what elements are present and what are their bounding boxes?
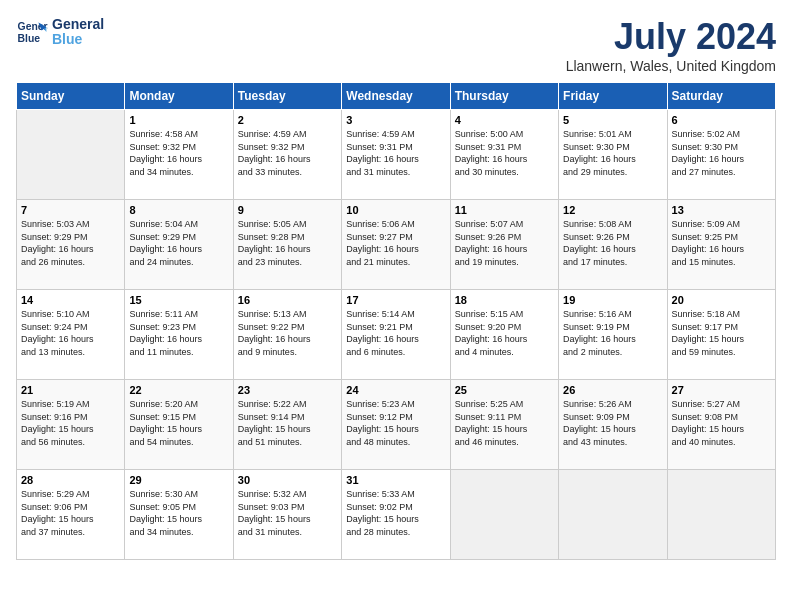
calendar-cell: 18Sunrise: 5:15 AM Sunset: 9:20 PM Dayli… [450, 290, 558, 380]
calendar-cell: 16Sunrise: 5:13 AM Sunset: 9:22 PM Dayli… [233, 290, 341, 380]
svg-text:Blue: Blue [18, 33, 41, 44]
calendar-cell [450, 470, 558, 560]
calendar-cell: 22Sunrise: 5:20 AM Sunset: 9:15 PM Dayli… [125, 380, 233, 470]
weekday-header-tuesday: Tuesday [233, 83, 341, 110]
day-number: 20 [672, 294, 771, 306]
weekday-header-monday: Monday [125, 83, 233, 110]
calendar-cell: 12Sunrise: 5:08 AM Sunset: 9:26 PM Dayli… [559, 200, 667, 290]
calendar-cell [667, 470, 775, 560]
calendar-table: SundayMondayTuesdayWednesdayThursdayFrid… [16, 82, 776, 560]
calendar-cell: 30Sunrise: 5:32 AM Sunset: 9:03 PM Dayli… [233, 470, 341, 560]
calendar-cell: 11Sunrise: 5:07 AM Sunset: 9:26 PM Dayli… [450, 200, 558, 290]
day-info: Sunrise: 5:09 AM Sunset: 9:25 PM Dayligh… [672, 218, 771, 268]
day-info: Sunrise: 5:00 AM Sunset: 9:31 PM Dayligh… [455, 128, 554, 178]
calendar-cell: 1Sunrise: 4:58 AM Sunset: 9:32 PM Daylig… [125, 110, 233, 200]
day-number: 9 [238, 204, 337, 216]
day-number: 4 [455, 114, 554, 126]
day-info: Sunrise: 5:32 AM Sunset: 9:03 PM Dayligh… [238, 488, 337, 538]
day-number: 21 [21, 384, 120, 396]
day-info: Sunrise: 5:13 AM Sunset: 9:22 PM Dayligh… [238, 308, 337, 358]
day-number: 31 [346, 474, 445, 486]
page-header: General Blue General Blue July 2024 Llan… [16, 16, 776, 74]
weekday-header-sunday: Sunday [17, 83, 125, 110]
day-number: 6 [672, 114, 771, 126]
calendar-cell: 24Sunrise: 5:23 AM Sunset: 9:12 PM Dayli… [342, 380, 450, 470]
day-info: Sunrise: 5:29 AM Sunset: 9:06 PM Dayligh… [21, 488, 120, 538]
logo-line2: Blue [52, 32, 104, 47]
day-info: Sunrise: 5:05 AM Sunset: 9:28 PM Dayligh… [238, 218, 337, 268]
calendar-cell: 21Sunrise: 5:19 AM Sunset: 9:16 PM Dayli… [17, 380, 125, 470]
day-info: Sunrise: 5:04 AM Sunset: 9:29 PM Dayligh… [129, 218, 228, 268]
location: Llanwern, Wales, United Kingdom [566, 58, 776, 74]
calendar-cell: 23Sunrise: 5:22 AM Sunset: 9:14 PM Dayli… [233, 380, 341, 470]
weekday-header-saturday: Saturday [667, 83, 775, 110]
day-info: Sunrise: 5:23 AM Sunset: 9:12 PM Dayligh… [346, 398, 445, 448]
day-number: 14 [21, 294, 120, 306]
day-number: 29 [129, 474, 228, 486]
day-number: 1 [129, 114, 228, 126]
day-info: Sunrise: 5:06 AM Sunset: 9:27 PM Dayligh… [346, 218, 445, 268]
day-number: 22 [129, 384, 228, 396]
logo-icon: General Blue [16, 16, 48, 48]
calendar-cell: 6Sunrise: 5:02 AM Sunset: 9:30 PM Daylig… [667, 110, 775, 200]
day-number: 28 [21, 474, 120, 486]
calendar-cell [17, 110, 125, 200]
calendar-cell: 10Sunrise: 5:06 AM Sunset: 9:27 PM Dayli… [342, 200, 450, 290]
logo: General Blue General Blue [16, 16, 104, 48]
calendar-week-5: 28Sunrise: 5:29 AM Sunset: 9:06 PM Dayli… [17, 470, 776, 560]
calendar-cell: 29Sunrise: 5:30 AM Sunset: 9:05 PM Dayli… [125, 470, 233, 560]
day-info: Sunrise: 5:18 AM Sunset: 9:17 PM Dayligh… [672, 308, 771, 358]
logo-line1: General [52, 17, 104, 32]
day-info: Sunrise: 5:14 AM Sunset: 9:21 PM Dayligh… [346, 308, 445, 358]
day-info: Sunrise: 5:27 AM Sunset: 9:08 PM Dayligh… [672, 398, 771, 448]
day-info: Sunrise: 5:20 AM Sunset: 9:15 PM Dayligh… [129, 398, 228, 448]
day-number: 15 [129, 294, 228, 306]
calendar-cell: 31Sunrise: 5:33 AM Sunset: 9:02 PM Dayli… [342, 470, 450, 560]
calendar-cell: 2Sunrise: 4:59 AM Sunset: 9:32 PM Daylig… [233, 110, 341, 200]
day-number: 23 [238, 384, 337, 396]
calendar-week-1: 1Sunrise: 4:58 AM Sunset: 9:32 PM Daylig… [17, 110, 776, 200]
calendar-week-2: 7Sunrise: 5:03 AM Sunset: 9:29 PM Daylig… [17, 200, 776, 290]
month-title: July 2024 [566, 16, 776, 58]
day-info: Sunrise: 5:10 AM Sunset: 9:24 PM Dayligh… [21, 308, 120, 358]
day-number: 12 [563, 204, 662, 216]
day-info: Sunrise: 5:03 AM Sunset: 9:29 PM Dayligh… [21, 218, 120, 268]
day-number: 17 [346, 294, 445, 306]
weekday-header-thursday: Thursday [450, 83, 558, 110]
calendar-cell: 26Sunrise: 5:26 AM Sunset: 9:09 PM Dayli… [559, 380, 667, 470]
day-info: Sunrise: 5:30 AM Sunset: 9:05 PM Dayligh… [129, 488, 228, 538]
weekday-header-row: SundayMondayTuesdayWednesdayThursdayFrid… [17, 83, 776, 110]
calendar-cell: 20Sunrise: 5:18 AM Sunset: 9:17 PM Dayli… [667, 290, 775, 380]
day-number: 30 [238, 474, 337, 486]
calendar-cell: 15Sunrise: 5:11 AM Sunset: 9:23 PM Dayli… [125, 290, 233, 380]
calendar-cell: 14Sunrise: 5:10 AM Sunset: 9:24 PM Dayli… [17, 290, 125, 380]
day-number: 19 [563, 294, 662, 306]
day-info: Sunrise: 5:15 AM Sunset: 9:20 PM Dayligh… [455, 308, 554, 358]
day-number: 3 [346, 114, 445, 126]
calendar-cell: 25Sunrise: 5:25 AM Sunset: 9:11 PM Dayli… [450, 380, 558, 470]
day-number: 24 [346, 384, 445, 396]
day-info: Sunrise: 5:26 AM Sunset: 9:09 PM Dayligh… [563, 398, 662, 448]
title-block: July 2024 Llanwern, Wales, United Kingdo… [566, 16, 776, 74]
calendar-week-3: 14Sunrise: 5:10 AM Sunset: 9:24 PM Dayli… [17, 290, 776, 380]
calendar-cell: 7Sunrise: 5:03 AM Sunset: 9:29 PM Daylig… [17, 200, 125, 290]
calendar-cell: 17Sunrise: 5:14 AM Sunset: 9:21 PM Dayli… [342, 290, 450, 380]
day-number: 26 [563, 384, 662, 396]
day-info: Sunrise: 4:59 AM Sunset: 9:32 PM Dayligh… [238, 128, 337, 178]
day-info: Sunrise: 5:25 AM Sunset: 9:11 PM Dayligh… [455, 398, 554, 448]
day-number: 18 [455, 294, 554, 306]
day-info: Sunrise: 4:59 AM Sunset: 9:31 PM Dayligh… [346, 128, 445, 178]
weekday-header-wednesday: Wednesday [342, 83, 450, 110]
calendar-week-4: 21Sunrise: 5:19 AM Sunset: 9:16 PM Dayli… [17, 380, 776, 470]
day-number: 13 [672, 204, 771, 216]
weekday-header-friday: Friday [559, 83, 667, 110]
calendar-cell [559, 470, 667, 560]
day-number: 16 [238, 294, 337, 306]
calendar-cell: 8Sunrise: 5:04 AM Sunset: 9:29 PM Daylig… [125, 200, 233, 290]
calendar-cell: 4Sunrise: 5:00 AM Sunset: 9:31 PM Daylig… [450, 110, 558, 200]
day-number: 25 [455, 384, 554, 396]
day-number: 27 [672, 384, 771, 396]
day-info: Sunrise: 5:16 AM Sunset: 9:19 PM Dayligh… [563, 308, 662, 358]
day-number: 11 [455, 204, 554, 216]
day-info: Sunrise: 4:58 AM Sunset: 9:32 PM Dayligh… [129, 128, 228, 178]
